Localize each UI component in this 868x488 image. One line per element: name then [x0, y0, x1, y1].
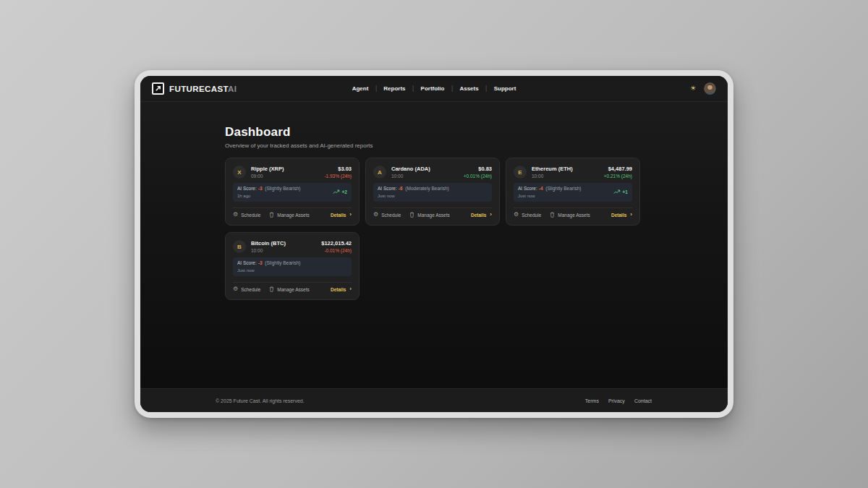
ai-score-label: AI Score:: [378, 186, 397, 191]
brand-logo-icon: [152, 82, 164, 95]
nav-item-assets[interactable]: Assets: [451, 85, 485, 92]
manage-assets-button[interactable]: Manage Assets: [409, 212, 449, 218]
schedule-button[interactable]: ⚙ Schedule: [233, 212, 260, 218]
asset-name: Ripple (XRP): [251, 166, 284, 172]
schedule-button[interactable]: ⚙ Schedule: [514, 212, 541, 218]
avatar-image: [704, 82, 716, 95]
trash-icon: [269, 286, 274, 292]
chevron-right-icon: ›: [630, 212, 632, 218]
ai-score-panel: AI Score:-4 (Slightly Bearish) Just now …: [514, 183, 632, 202]
ai-sentiment: (Slightly Bearish): [265, 186, 300, 191]
nav-item-support[interactable]: Support: [486, 85, 524, 92]
asset-name: Ethereum (ETH): [532, 166, 573, 172]
page-title: Dashboard: [225, 125, 728, 140]
arrow-up-right-icon: [155, 85, 161, 92]
chevron-right-icon: ›: [349, 212, 352, 218]
card-actions: ⚙ Schedule Manage Assets Details ›: [233, 282, 352, 292]
trend-badge: +2: [333, 189, 347, 194]
gear-icon: ⚙: [233, 212, 238, 218]
ai-score-label: AI Score:: [237, 186, 257, 191]
nav-item-agent[interactable]: Agent: [345, 85, 376, 92]
asset-price: $4,487.99: [604, 166, 632, 172]
asset-card-bitcoin: B Bitcoin (BTC) 10:00 $122,015.42 -0.01%…: [225, 232, 359, 300]
manage-assets-button[interactable]: Manage Assets: [269, 212, 309, 218]
details-label: Details: [471, 213, 486, 218]
ai-sentiment: (Moderately Bearish): [405, 186, 448, 191]
trend-value: +2: [342, 189, 347, 194]
details-button[interactable]: Details ›: [611, 212, 632, 218]
details-label: Details: [331, 287, 346, 292]
trash-icon: [269, 212, 274, 218]
main-content: Dashboard Overview of your tracked asset…: [140, 102, 728, 388]
ai-sentiment: (Slightly Bearish): [265, 260, 300, 265]
coin-symbol-badge: B: [233, 240, 246, 253]
card-header: X Ripple (XRP) 09:00 $3.03 -1.93% (24h): [233, 166, 352, 179]
asset-change: +0.21% (24h): [604, 174, 632, 179]
trend-value: +1: [623, 189, 628, 194]
card-actions: ⚙ Schedule Manage Assets Details ›: [233, 207, 352, 218]
ai-score-value: -3: [258, 260, 263, 265]
details-label: Details: [611, 213, 626, 218]
nav-item-reports[interactable]: Reports: [375, 85, 412, 92]
asset-change: +0.01% (24h): [464, 174, 492, 179]
details-label: Details: [331, 213, 346, 218]
schedule-button[interactable]: ⚙ Schedule: [233, 286, 260, 292]
ai-updated: Just now: [378, 193, 449, 199]
footer-link-privacy[interactable]: Privacy: [608, 398, 625, 403]
chevron-right-icon: ›: [349, 286, 352, 292]
manage-assets-label: Manage Assets: [277, 287, 309, 292]
footer-link-contact[interactable]: Contact: [634, 398, 652, 403]
theme-toggle-sun-icon[interactable]: ☀: [690, 85, 696, 92]
asset-name: Bitcoin (BTC): [251, 240, 286, 247]
asset-time: 10:00: [251, 248, 286, 253]
manage-assets-button[interactable]: Manage Assets: [269, 286, 309, 292]
asset-change: -0.01% (24h): [321, 248, 352, 253]
top-nav-bar: FUTURECASTAI Agent Reports Portfolio Ass…: [140, 76, 728, 102]
trend-badge: +1: [613, 189, 628, 194]
ai-score-panel: AI Score:-6 (Moderately Bearish) Just no…: [373, 183, 492, 202]
asset-card-cardano: A Cardano (ADA) 10:00 $0.83 +0.01% (24h)…: [365, 158, 500, 226]
nav-item-portfolio[interactable]: Portfolio: [413, 85, 452, 92]
ai-score-value: -3: [258, 186, 263, 191]
manage-assets-label: Manage Assets: [558, 213, 590, 218]
ai-score-label: AI Score:: [237, 260, 257, 265]
schedule-label: Schedule: [522, 213, 541, 218]
details-button[interactable]: Details ›: [471, 212, 492, 218]
user-avatar[interactable]: [704, 82, 716, 95]
window-frame: FUTURECASTAI Agent Reports Portfolio Ass…: [135, 70, 733, 418]
asset-price: $0.83: [464, 166, 492, 172]
ai-score-panel: AI Score:-3 (Slightly Bearish) Just now: [233, 257, 352, 276]
trending-up-icon: [333, 189, 340, 194]
footer-link-terms[interactable]: Terms: [585, 398, 599, 403]
brand-name-main: FUTURECAST: [169, 85, 228, 93]
gear-icon: ⚙: [233, 286, 238, 292]
footer-links: Terms Privacy Contact: [585, 398, 652, 403]
asset-time: 10:00: [391, 174, 430, 179]
details-button[interactable]: Details ›: [331, 286, 352, 292]
ai-score-label: AI Score:: [518, 186, 537, 191]
manage-assets-button[interactable]: Manage Assets: [550, 212, 590, 218]
coin-symbol-badge: X: [233, 166, 246, 179]
details-button[interactable]: Details ›: [331, 212, 352, 218]
coin-symbol-badge: E: [514, 166, 527, 179]
manage-assets-label: Manage Assets: [417, 213, 449, 218]
ai-score-value: -4: [539, 186, 543, 191]
schedule-button[interactable]: ⚙ Schedule: [373, 212, 401, 218]
ai-score-panel: AI Score:-3 (Slightly Bearish) 1h ago +2: [233, 183, 352, 202]
ai-updated: Just now: [237, 267, 300, 273]
ai-updated: Just now: [518, 193, 581, 199]
asset-time: 10:00: [532, 174, 573, 179]
header-actions: ☀: [690, 82, 716, 95]
page-subtitle: Overview of your tracked assets and AI-g…: [225, 142, 728, 149]
asset-time: 09:00: [251, 174, 284, 179]
manage-assets-label: Manage Assets: [277, 213, 309, 218]
asset-price: $3.03: [324, 166, 352, 172]
schedule-label: Schedule: [381, 213, 401, 218]
ai-updated: 1h ago: [237, 193, 300, 199]
card-header: A Cardano (ADA) 10:00 $0.83 +0.01% (24h): [373, 166, 492, 179]
asset-card-ethereum: E Ethereum (ETH) 10:00 $4,487.99 +0.21% …: [506, 158, 640, 226]
main-nav: Agent Reports Portfolio Assets Support: [345, 85, 524, 92]
asset-change: -1.93% (24h): [324, 174, 352, 179]
app-window: FUTURECASTAI Agent Reports Portfolio Ass…: [140, 76, 728, 412]
schedule-label: Schedule: [241, 213, 260, 218]
